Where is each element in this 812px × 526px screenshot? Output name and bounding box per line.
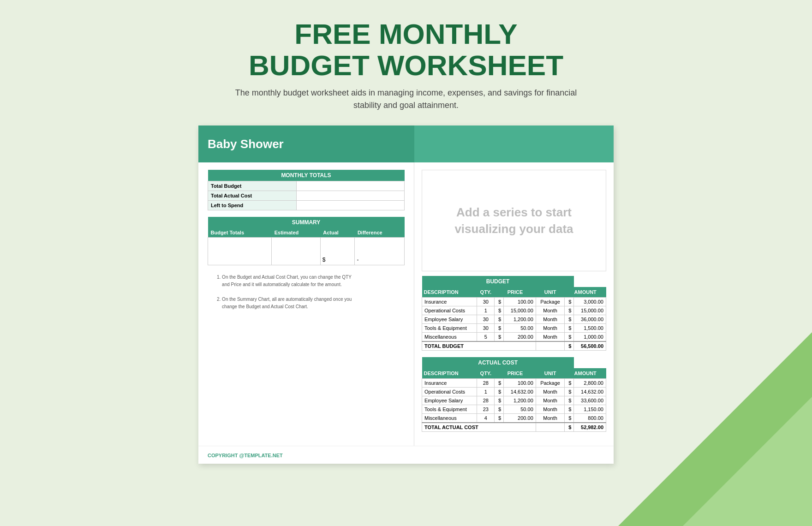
actual-qty: 23 (477, 405, 495, 414)
actual-price: 200.00 (504, 414, 536, 423)
actual-price: 14,632.00 (504, 388, 536, 396)
actual-amount-dollar: $ (565, 405, 574, 414)
budget-unit: Month (536, 333, 565, 342)
page-header: FREE MONTHLY BUDGET WORKSHEET The monthl… (0, 0, 812, 121)
actual-amount: 2,800.00 (574, 379, 606, 388)
budget-amount-dollar: $ (565, 298, 574, 306)
chart-placeholder-text: Add a series to startvisualizing your da… (454, 204, 573, 238)
summary-data-row: $ - (208, 238, 405, 265)
actual-amount: 33,600.00 (574, 396, 606, 405)
budget-total-label: TOTAL BUDGET (422, 341, 536, 351)
summary-cell-2[interactable] (272, 238, 321, 265)
summary-table: SUMMARY Budget Totals Estimated Actual D… (208, 217, 405, 265)
actual-dollar: $ (495, 405, 504, 414)
actual-price: 100.00 (504, 379, 536, 388)
worksheet-header-right (414, 126, 614, 162)
left-panel: MONTHLY TOTALS Total Budget Total Actual… (198, 162, 414, 446)
actual-dollar: $ (495, 388, 504, 396)
actual-desc: Miscellaneous (422, 414, 477, 423)
actual-total-amount: 52,982.00 (574, 423, 606, 432)
summary-cell-dash: - (355, 238, 405, 265)
actual-amount-dollar: $ (565, 388, 574, 396)
actual-price: 50.00 (504, 405, 536, 414)
summary-col-budget: Budget Totals (208, 228, 272, 238)
budget-amount-dollar: $ (565, 315, 574, 324)
actual-amount-dollar: $ (565, 379, 574, 388)
actual-unit: Package (536, 379, 565, 388)
budget-col-desc: DESCRIPTION (422, 287, 477, 298)
budget-price: 50.00 (504, 324, 536, 333)
budget-amount: 3,000.00 (574, 298, 606, 306)
chart-placeholder: Add a series to startvisualizing your da… (422, 170, 606, 271)
actual-qty: 28 (477, 396, 495, 405)
actual-data-row: Operational Costs 1 $ 14,632.00 Month $ … (422, 388, 606, 396)
budget-desc: Miscellaneous (422, 333, 477, 342)
actual-unit: Month (536, 396, 565, 405)
monthly-totals-header: MONTHLY TOTALS (208, 170, 405, 181)
actual-col-price: PRICE (495, 368, 536, 379)
worksheet-header-left: Baby Shower (198, 127, 414, 161)
actual-col-unit: UNIT (536, 368, 565, 379)
budget-price: 100.00 (504, 298, 536, 306)
total-budget-value[interactable] (296, 181, 404, 191)
total-budget-label: Total Budget (208, 181, 297, 191)
actual-data-row: Employee Salary 28 $ 1,200.00 Month $ 33… (422, 396, 606, 405)
budget-data-row: Employee Salary 30 $ 1,200.00 Month $ 36… (422, 315, 606, 324)
actual-unit: Month (536, 414, 565, 423)
budget-dollar: $ (495, 298, 504, 306)
budget-price: 15,000.00 (504, 306, 536, 315)
actual-total-unit (536, 423, 565, 432)
note-2: 2. On the Summary Chart, all are automat… (217, 296, 395, 311)
budget-qty: 30 (477, 324, 495, 333)
left-to-spend-row: Left to Spend (208, 201, 405, 210)
summary-header: SUMMARY (208, 217, 405, 228)
budget-col-amount: AMOUNT (565, 287, 606, 298)
actual-data-row: Tools & Equipment 23 $ 50.00 Month $ 1,1… (422, 405, 606, 414)
copyright-text: COPYRIGHT @TEMPLATE.NET (208, 453, 283, 458)
budget-total-unit (536, 341, 565, 351)
budget-qty: 30 (477, 298, 495, 306)
budget-data-row: Tools & Equipment 30 $ 50.00 Month $ 1,5… (422, 324, 606, 333)
notes-section: 1. On the Budget and Actual Cost Chart, … (208, 270, 405, 314)
actual-cost-table: ACTUAL COST DESCRIPTION QTY. PRICE UNIT … (422, 357, 606, 432)
budget-desc: Operational Costs (422, 306, 477, 315)
actual-col-desc: DESCRIPTION (422, 368, 477, 379)
budget-dollar: $ (495, 333, 504, 342)
actual-price: 1,200.00 (504, 396, 536, 405)
summary-col-actual: Actual (320, 228, 355, 238)
summary-col-estimated: Estimated (272, 228, 321, 238)
total-actual-value[interactable] (296, 191, 404, 201)
budget-dollar: $ (495, 306, 504, 315)
actual-qty: 4 (477, 414, 495, 423)
budget-amount-dollar: $ (565, 324, 574, 333)
actual-desc: Tools & Equipment (422, 405, 477, 414)
left-to-spend-value[interactable] (296, 201, 404, 210)
budget-data-row: Operational Costs 1 $ 15,000.00 Month $ … (422, 306, 606, 315)
summary-cell-dollar: $ (320, 238, 355, 265)
actual-col-qty: QTY. (477, 368, 495, 379)
summary-cell-1[interactable] (208, 238, 272, 265)
budget-total-amount: 56,500.00 (574, 341, 606, 351)
budget-desc: Tools & Equipment (422, 324, 477, 333)
total-budget-row: Total Budget (208, 181, 405, 191)
decorative-triangle-inner (683, 397, 812, 526)
actual-desc: Insurance (422, 379, 477, 388)
budget-amount: 15,000.00 (574, 306, 606, 315)
total-actual-label: Total Actual Cost (208, 191, 297, 201)
actual-total-row: TOTAL ACTUAL COST $ 52,982.00 (422, 423, 606, 432)
budget-col-unit: UNIT (536, 287, 565, 298)
budget-amount: 1,500.00 (574, 324, 606, 333)
budget-qty: 5 (477, 333, 495, 342)
budget-unit: Package (536, 298, 565, 306)
actual-amount: 800.00 (574, 414, 606, 423)
actual-desc: Employee Salary (422, 396, 477, 405)
summary-col-difference: Difference (355, 228, 405, 238)
actual-qty: 1 (477, 388, 495, 396)
budget-data-row: Miscellaneous 5 $ 200.00 Month $ 1,000.0… (422, 333, 606, 342)
budget-col-price: PRICE (495, 287, 536, 298)
worksheet-title: Baby Shower (208, 137, 405, 151)
actual-total-dollar: $ (565, 423, 574, 432)
budget-dollar: $ (495, 324, 504, 333)
actual-dollar: $ (495, 379, 504, 388)
actual-col-amount: AMOUNT (565, 368, 606, 379)
